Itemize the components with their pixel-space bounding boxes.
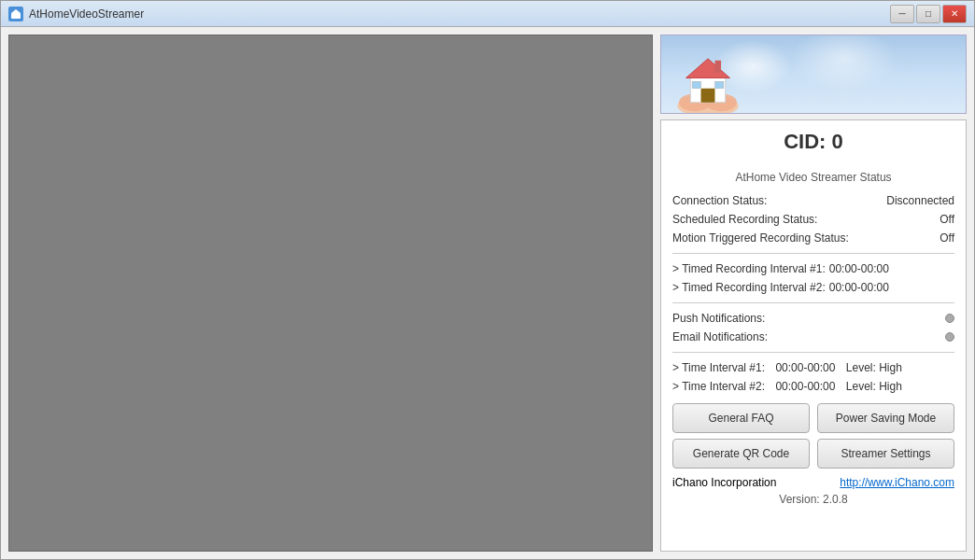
time-interval2-time: 00:00-00:00 [775,380,835,393]
minimize-button[interactable]: ─ [890,5,914,23]
buttons-area: General FAQ Power Saving Mode Generate Q… [672,396,954,472]
close-button[interactable]: ✕ [942,5,967,23]
main-window: AtHomeVideoStreamer ─ □ ✕ [0,0,975,560]
divider-3 [672,352,954,353]
banner: Anytime Anywhere [660,35,967,114]
time-interval2-level: Level: High [846,380,902,393]
svg-rect-7 [701,89,715,103]
status-section-title: AtHome Video Streamer Status [672,171,954,184]
divider-2 [672,302,954,303]
scheduled-value: Off [940,213,954,226]
window-title: AtHomeVideoStreamer [29,7,144,21]
time-interval1-level: Level: High [846,361,902,374]
time-interval-1-row: > Time Interval #1: 00:00-00:00 Level: H… [672,358,954,377]
connection-value: Disconnected [886,194,954,207]
qr-code-button[interactable]: Generate QR Code [672,439,810,469]
right-panel: Anytime Anywhere CID: 0 AtHome Video Str… [660,35,967,552]
version-text: Version: 2.0.8 [672,491,954,508]
push-notif-led [945,314,954,323]
svg-marker-6 [686,59,730,78]
faq-button[interactable]: General FAQ [672,403,810,433]
svg-rect-9 [715,81,724,89]
company-name: iChano Incorporation [672,476,776,489]
connection-status-row: Connection Status: Disconnected [672,191,954,210]
timed-interval-1-row: > Timed Recording Interval #1: 00:00-00:… [672,259,954,278]
maximize-button[interactable]: □ [916,5,940,23]
power-saving-button[interactable]: Power Saving Mode [817,403,954,433]
connection-label: Connection Status: [672,194,767,207]
timed-interval-2-row: > Timed Recording Interval #2: 00:00-00:… [672,278,954,297]
motion-recording-row: Motion Triggered Recording Status: Off [672,229,954,247]
scheduled-label: Scheduled Recording Status: [672,213,817,226]
svg-rect-10 [715,61,722,73]
motion-value: Off [940,231,954,245]
email-notifications-row: Email Notifications: [672,328,954,346]
scheduled-recording-row: Scheduled Recording Status: Off [672,210,954,229]
divider-1 [672,253,954,254]
button-row-2: Generate QR Code Streamer Settings [672,439,954,469]
email-notif-led [945,332,954,342]
app-icon [8,7,23,21]
title-bar: AtHomeVideoStreamer ─ □ ✕ [1,1,974,27]
time-interval-2-row: > Time Interval #2: 00:00-00:00 Level: H… [672,377,954,396]
svg-marker-1 [11,9,21,13]
email-notif-label: Email Notifications: [672,330,768,343]
push-notif-label: Push Notifications: [672,312,765,325]
website-link[interactable]: http://www.iChano.com [840,476,954,489]
time-interval1-label: > Time Interval #1: [672,361,765,374]
footer-area: iChano Incorporation http://www.iChano.c… [672,472,954,491]
status-box: CID: 0 AtHome Video Streamer Status Conn… [660,119,967,552]
house-illustration [671,43,745,113]
time-interval1-time: 00:00-00:00 [775,361,835,374]
motion-label: Motion Triggered Recording Status: [672,231,849,245]
svg-rect-8 [692,81,700,89]
svg-rect-0 [11,13,21,19]
interval1-value: 00:00-00:00 [829,262,889,275]
video-panel [8,35,653,552]
time-interval2-label: > Time Interval #2: [672,380,765,393]
interval2-label: > Timed Recording Interval #2: [672,281,826,294]
button-row-1: General FAQ Power Saving Mode [672,403,954,433]
streamer-settings-button[interactable]: Streamer Settings [817,439,954,469]
push-notifications-row: Push Notifications: [672,309,954,328]
cid-display: CID: 0 [672,130,954,161]
main-content: Anytime Anywhere CID: 0 AtHome Video Str… [1,27,974,559]
window-controls: ─ □ ✕ [890,5,967,23]
interval1-label: > Timed Recording Interval #1: [672,262,826,275]
title-bar-left: AtHomeVideoStreamer [8,7,144,21]
interval2-value: 00:00-00:00 [829,281,889,294]
